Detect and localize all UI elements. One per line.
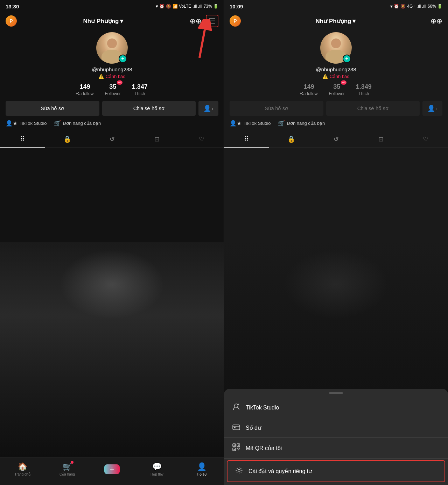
action-buttons-left: Sửa hồ sơ Chia sẻ hồ sơ 👤+ (0, 101, 224, 116)
cart-nav-icon-left: 🛒 (63, 462, 72, 471)
svg-point-11 (238, 469, 240, 471)
cart-icon-right: 🛒 (278, 120, 285, 127)
stats-row-left: 149 Đã follow 35 +4 Follower 1.347 Thích (76, 83, 148, 96)
stat-follow-left: 149 Đã follow (76, 83, 93, 96)
features-row-left: 👤★ TikTok Studio 🛒 Đơn hàng của bạn (0, 120, 224, 127)
studio-icon-left: 👤★ (6, 120, 18, 127)
tab-private-left[interactable]: 🔒 (45, 131, 90, 148)
slide-up-menu: TikTok Studio Số dư (224, 389, 448, 485)
glasses-icon-left[interactable]: ⊕⊕ (190, 17, 202, 25)
warning-icon-left: ⚠️ (98, 74, 104, 79)
status-bar-right: 10:09 ♥ ⏰ 🔕 4G+ .ıll .ıll 66% 🔋 (224, 0, 448, 13)
time-left: 13:30 (6, 3, 19, 9)
edit-profile-button-right[interactable]: Sửa hồ sơ (230, 101, 323, 116)
svg-rect-9 (238, 445, 239, 446)
warning-icon-right: ⚠️ (322, 74, 328, 79)
bottom-right-panel: TikTok Studio Số dư (224, 242, 448, 485)
nav-home-left[interactable]: 🏠 Trang chủ (0, 462, 45, 476)
avatar-plus-right[interactable]: + (343, 55, 351, 63)
features-row-right: 👤★ TikTok Studio 🛒 Đơn hàng của bạn (224, 120, 448, 127)
profile-handle-right: @nhuphuong238 (316, 66, 356, 72)
hamburger-line-1 (209, 19, 215, 19)
studio-menu-icon (232, 403, 240, 412)
add-friend-button-right[interactable]: 👤+ (422, 101, 442, 116)
header-icons-right: ⊕⊕ (430, 17, 442, 25)
create-button-left[interactable]: + (104, 464, 120, 474)
nav-profile-left[interactable]: 👤 Hồ sơ (179, 462, 224, 476)
status-icons-left: ♥ ⏰ 🔕 📶 VoLTE .ıll .ıll 73% 🔋 (155, 4, 218, 9)
profile-body-left: + @nhuphuong238 ⚠️ Cảnh báo 149 Đã follo… (0, 29, 224, 151)
avatar-small-right[interactable]: P (230, 15, 241, 27)
hamburger-line-2 (209, 21, 215, 21)
menu-item-settings[interactable]: Cài đặt và quyền riêng tư (227, 460, 445, 482)
tab-reposts-right[interactable]: ↺ (314, 131, 358, 148)
avatar-wrapper-left: + (96, 32, 128, 64)
studio-icon-right: 👤★ (230, 120, 241, 127)
tabs-row-right: ⠿ 🔒 ↺ ⊡ ♡ (224, 131, 448, 148)
nav-create-left[interactable]: + (90, 464, 134, 474)
stats-row-right: 149 Đã follow 35 +4 Follower 1.349 Thích (300, 83, 372, 96)
glow-right (284, 249, 388, 319)
glasses-icon-right[interactable]: ⊕⊕ (430, 17, 442, 25)
menu-item-balance[interactable]: Số dư (224, 418, 448, 438)
tab-private-right[interactable]: 🔒 (269, 131, 314, 148)
username-dropdown-left[interactable]: Như Phượng ▾ (83, 17, 124, 25)
stat-thich-left: 1.347 Thích (132, 83, 148, 96)
status-bar-left: 13:30 ♥ ⏰ 🔕 📶 VoLTE .ıll .ıll 73% 🔋 (0, 0, 224, 13)
add-friend-button-left[interactable]: 👤+ (198, 101, 218, 116)
qr-menu-icon (232, 443, 240, 453)
stat-follower-right: 35 +4 Follower (329, 83, 344, 96)
svg-rect-3 (233, 425, 240, 430)
tab-tagged-left[interactable]: ⊡ (134, 131, 179, 148)
profile-header-left: P Như Phượng ▾ ⊕⊕ (0, 13, 224, 29)
stat-follow-right: 149 Đã follow (300, 83, 317, 96)
tab-videos-right[interactable]: ⠿ (224, 131, 269, 148)
profile-handle-left: @nhuphuong238 (92, 66, 132, 72)
tab-reposts-left[interactable]: ↺ (90, 131, 134, 148)
edit-profile-button-left[interactable]: Sửa hồ sơ (6, 101, 99, 116)
settings-menu-icon (235, 466, 243, 476)
home-icon-left: 🏠 (18, 462, 27, 471)
nav-inbox-left[interactable]: 💬 Hộp thư (134, 462, 179, 476)
bottom-left-panel: 🏠 Trang chủ 🛒 Cửa hàng + 💬 Hộp thư 👤 Hồ … (0, 242, 224, 485)
svg-rect-10 (234, 449, 235, 450)
cart-icon-left: 🛒 (54, 120, 61, 127)
inbox-icon-left: 💬 (152, 462, 162, 471)
drag-handle (224, 389, 448, 397)
share-profile-button-left[interactable]: Chia sẻ hồ sơ (102, 101, 196, 116)
bottom-nav-left: 🏠 Trang chủ 🛒 Cửa hàng + 💬 Hộp thư 👤 Hồ … (0, 457, 224, 485)
status-icons-right: ♥ ⏰ 🔕 4G+ .ıll .ıll 66% 🔋 (390, 4, 442, 9)
time-right: 10:09 (230, 3, 243, 9)
orders-left[interactable]: 🛒 Đơn hàng của bạn (54, 120, 101, 127)
menu-item-studio[interactable]: TikTok Studio (224, 397, 448, 418)
tab-videos-left[interactable]: ⠿ (0, 131, 45, 148)
nav-shop-left[interactable]: 🛒 Cửa hàng (45, 462, 90, 476)
avatar-wrapper-right: + (320, 32, 352, 64)
profile-header-right: P Như Phượng ▾ ⊕⊕ (224, 13, 448, 29)
profile-icon-left: 👤 (197, 462, 206, 471)
menu-item-qr[interactable]: Mã QR của tôi (224, 438, 448, 459)
svg-rect-8 (234, 445, 235, 446)
orders-right[interactable]: 🛒 Đơn hàng của bạn (278, 120, 325, 127)
tab-liked-left[interactable]: ♡ (179, 131, 224, 148)
balance-menu-icon (232, 424, 240, 432)
username-dropdown-right[interactable]: Như Phượng ▾ (316, 17, 356, 25)
profile-body-right: + @nhuphuong238 ⚠️ Cảnh báo 149 Đã follo… (224, 29, 448, 151)
warning-badge-left: ⚠️ Cảnh báo (98, 74, 125, 79)
stat-thich-right: 1.349 Thích (356, 83, 372, 96)
avatar-small-left[interactable]: P (6, 15, 17, 27)
tab-tagged-right[interactable]: ⊡ (358, 131, 403, 148)
tab-liked-right[interactable]: ♡ (403, 131, 448, 148)
hamburger-line-3 (209, 23, 215, 23)
stat-follower-left: 35 +4 Follower (105, 83, 120, 96)
tiktok-studio-left[interactable]: 👤★ TikTok Studio (6, 120, 47, 127)
tabs-row-left: ⠿ 🔒 ↺ ⊡ ♡ (0, 131, 224, 148)
action-buttons-right: Sửa hồ sơ Chia sẻ hồ sơ 👤+ (224, 101, 448, 116)
avatar-plus-left[interactable]: + (119, 55, 127, 63)
tiktok-studio-right[interactable]: 👤★ TikTok Studio (230, 120, 271, 127)
glow-left (59, 249, 164, 319)
warning-badge-right: ⚠️ Cảnh báo (322, 74, 349, 79)
header-icons-left: ⊕⊕ (190, 15, 218, 27)
share-profile-button-right[interactable]: Chia sẻ hồ sơ (326, 101, 420, 116)
hamburger-button[interactable] (206, 15, 218, 27)
